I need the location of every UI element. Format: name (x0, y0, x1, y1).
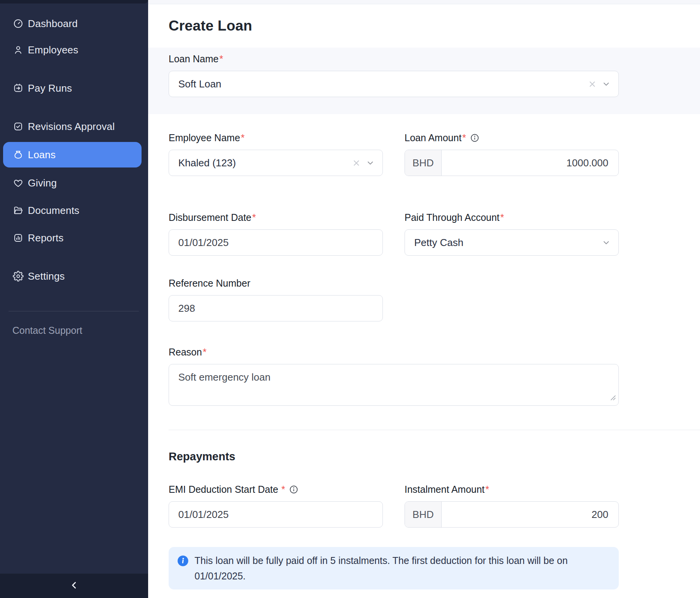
sidebar-item-employees[interactable]: Employees (0, 39, 148, 61)
employees-icon (13, 44, 24, 55)
instalments-info-banner: This loan will be fully paid off in 5 in… (169, 547, 619, 589)
clear-icon[interactable] (588, 80, 597, 89)
sidebar-item-label: Pay Runs (28, 82, 72, 94)
required-mark: * (203, 347, 207, 358)
main-content: Create Loan Loan Name* Soft Loan Employe… (148, 0, 700, 598)
required-mark: * (252, 212, 256, 223)
sidebar-item-label: Reports (28, 232, 63, 244)
clear-icon[interactable] (352, 159, 361, 167)
sidebar-nav: Dashboard Employees Pay Runs Revisions A… (0, 0, 148, 287)
sidebar: Dashboard Employees Pay Runs Revisions A… (0, 0, 148, 598)
giving-icon (13, 178, 24, 188)
required-mark: * (219, 53, 223, 65)
top-strip (148, 0, 700, 4)
sidebar-item-loans[interactable]: Loans (3, 142, 142, 167)
required-mark: * (500, 212, 504, 223)
chevron-down-icon[interactable] (602, 238, 611, 247)
sidebar-item-giving[interactable]: Giving (0, 172, 148, 194)
form-body: Employee Name* Khaled (123) Loan Amount* (148, 132, 700, 589)
emi-start-date-label: EMI Deduction Start Date* (169, 484, 383, 495)
sidebar-item-label: Loans (28, 149, 56, 161)
sidebar-top-bar (0, 0, 148, 3)
required-mark: * (241, 132, 245, 144)
app-window: Dashboard Employees Pay Runs Revisions A… (0, 0, 700, 598)
loan-name-label: Loan Name* (169, 53, 700, 65)
info-icon[interactable] (470, 133, 480, 143)
sidebar-item-revisions-approval[interactable]: Revisions Approval (0, 116, 148, 137)
reports-icon (13, 232, 24, 243)
banner-message: This loan will be fully paid off in 5 in… (195, 553, 609, 584)
disbursement-date-label: Disbursement Date* (169, 212, 383, 223)
page-header: Create Loan (148, 4, 700, 48)
reason-label: Reason* (169, 346, 700, 358)
documents-icon (13, 205, 24, 216)
paid-through-account-label: Paid Through Account* (405, 212, 619, 223)
collapse-sidebar-button[interactable] (0, 574, 148, 598)
page-title: Create Loan (169, 18, 252, 34)
banner-info-icon (177, 555, 189, 567)
disbursement-date-input[interactable] (169, 229, 383, 256)
loan-amount-input[interactable] (442, 150, 618, 176)
sidebar-item-reports[interactable]: Reports (0, 227, 148, 249)
loan-name-value: Soft Loan (178, 78, 221, 90)
reference-number-input[interactable] (169, 295, 383, 321)
currency-prefix: BHD (405, 150, 442, 176)
sidebar-item-documents[interactable]: Documents (0, 200, 148, 221)
sidebar-item-label: Dashboard (28, 18, 78, 30)
sidebar-item-settings[interactable]: Settings (0, 265, 148, 287)
resize-handle-icon[interactable] (610, 395, 616, 402)
employee-name-value: Khaled (123) (178, 157, 236, 169)
emi-start-date-input[interactable] (169, 501, 383, 528)
loan-amount-label: Loan Amount* (405, 132, 619, 144)
chevron-down-icon[interactable] (366, 159, 375, 167)
repayments-heading: Repayments (169, 449, 700, 463)
loan-amount-field: BHD (405, 150, 619, 176)
loan-name-select[interactable]: Soft Loan (169, 71, 619, 97)
chevron-left-icon (69, 580, 79, 592)
section-divider (169, 430, 700, 430)
chevron-down-icon[interactable] (602, 80, 611, 89)
required-mark: * (485, 484, 489, 495)
employee-name-label: Employee Name* (169, 132, 383, 144)
currency-prefix: BHD (405, 502, 442, 527)
sidebar-item-label: Settings (28, 270, 65, 282)
sidebar-divider (9, 311, 139, 311)
sidebar-item-label: Documents (28, 205, 79, 217)
sidebar-item-label: Revisions Approval (28, 121, 115, 133)
loans-icon (13, 149, 24, 160)
dashboard-icon (13, 18, 24, 29)
reference-number-label: Reference Number (169, 277, 383, 289)
instalment-amount-input[interactable] (442, 502, 618, 527)
sidebar-item-label: Giving (28, 177, 57, 189)
required-mark: * (462, 132, 466, 144)
revisions-approval-icon (13, 121, 24, 132)
sidebar-item-pay-runs[interactable]: Pay Runs (0, 77, 148, 99)
contact-support-link[interactable]: Contact Support (0, 320, 148, 341)
instalment-amount-field: BHD (405, 501, 619, 528)
sidebar-item-dashboard[interactable]: Dashboard (0, 13, 148, 34)
required-mark: * (281, 484, 285, 495)
pay-runs-icon (13, 83, 24, 94)
employee-name-select[interactable]: Khaled (123) (169, 150, 383, 176)
info-icon[interactable] (289, 485, 299, 494)
reason-textarea[interactable]: Soft emergency loan (169, 364, 619, 406)
paid-through-account-value: Petty Cash (414, 237, 463, 249)
sidebar-item-label: Employees (28, 44, 78, 56)
settings-icon (13, 271, 24, 282)
loan-name-section: Loan Name* Soft Loan (148, 48, 700, 114)
paid-through-account-select[interactable]: Petty Cash (405, 229, 619, 256)
instalment-amount-label: Instalment Amount* (405, 484, 619, 495)
